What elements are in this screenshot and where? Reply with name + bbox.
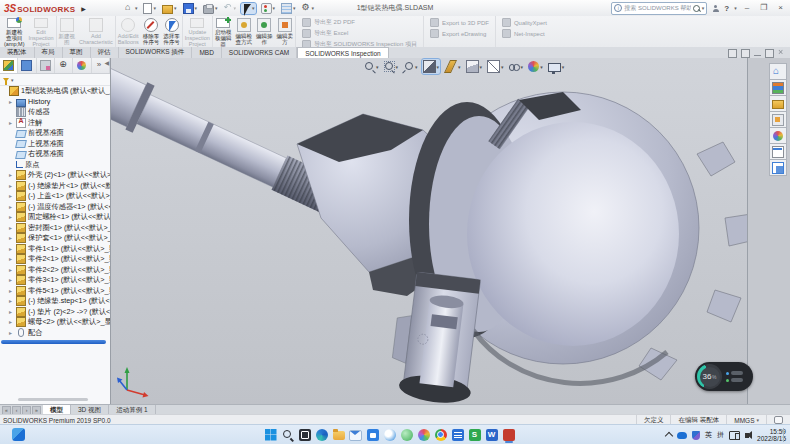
tree-item[interactable]: 原点 — [0, 160, 110, 171]
expand-arrow-icon[interactable] — [2, 86, 7, 96]
appearances-scenes-icon[interactable] — [769, 127, 787, 144]
model-3d-view[interactable] — [111, 58, 748, 404]
propertymanager-tab-icon[interactable] — [18, 58, 36, 73]
configurationmanager-tab-icon[interactable] — [37, 58, 55, 73]
doc-tile-icon[interactable] — [741, 49, 750, 58]
show-desktop-button[interactable] — [783, 428, 786, 442]
login-user-icon[interactable] — [712, 5, 719, 12]
edit-appearance-icon[interactable]: ▾ — [527, 60, 544, 73]
start-button-icon[interactable] — [264, 427, 277, 442]
tree-item[interactable]: (-) 垫片 (2)<2> ->? (默认<<默认> — [0, 307, 110, 318]
cloud-app-icon[interactable] — [383, 427, 396, 442]
new-inspection-project-button[interactable]: 新建检查项目(amp;M) — [2, 16, 26, 47]
tree-item[interactable]: 1型铠装热电偶 (默认<默认_显示状态-1> — [0, 86, 110, 97]
save-icon[interactable]: ▾ — [182, 2, 199, 15]
taskbar-clock[interactable]: 15:59 2022/8/15 — [757, 428, 786, 443]
window-minimize-button[interactable]: – — [742, 1, 752, 15]
tree-filter-bar[interactable]: ▾ — [0, 74, 110, 86]
tree-item[interactable]: 密封圈<1> (默认<<默认>_显示状 — [0, 223, 110, 234]
hide-show-items-icon[interactable]: ▾ — [508, 60, 525, 73]
tree-item[interactable]: (-) 绝缘垫片<1> (默认<<默认>_显 — [0, 181, 110, 192]
view-palette-icon[interactable] — [769, 111, 787, 128]
template-editor-button[interactable]: 启动模板编辑器 — [213, 16, 234, 47]
tree-item[interactable]: 传感器 — [0, 107, 110, 118]
ribbon-tab[interactable]: 布局 — [35, 47, 63, 58]
edge-icon[interactable] — [315, 427, 328, 442]
ribbon-tab[interactable]: 装配体 — [0, 47, 35, 58]
graphics-viewport[interactable]: ▾▾▾▾▾▾▾▾▾▾ — [111, 58, 748, 404]
export-item[interactable]: Net-Inspect — [502, 29, 547, 38]
display-style-icon[interactable]: ▾ — [486, 59, 505, 74]
tree-item[interactable]: 前视基准面 — [0, 128, 110, 139]
overlay-zoom-widget[interactable]: 36% — [695, 362, 753, 391]
expand-arrow-icon[interactable] — [9, 181, 14, 191]
solidworks-app-icon[interactable] — [502, 427, 515, 442]
task-view-icon[interactable] — [298, 427, 311, 442]
doc-cascade-icon[interactable] — [728, 49, 737, 58]
security-shield-icon[interactable] — [692, 431, 700, 440]
home-icon[interactable]: ▾ — [124, 3, 139, 14]
export-item[interactable]: 导出至 Excel — [302, 29, 417, 38]
expand-arrow-icon[interactable] — [9, 139, 14, 149]
expand-arrow-icon[interactable] — [9, 191, 14, 201]
expand-arrow-icon[interactable] — [9, 307, 14, 317]
s-app-icon[interactable]: S — [468, 427, 481, 442]
ribbon-tab[interactable]: SOLIDWORKS CAM — [222, 47, 297, 58]
update-inspection-project-button[interactable]: UpdateInspectionProject — [183, 16, 213, 47]
tree-item[interactable]: (-) 绝缘垫.step<1> (默认<<默认> — [0, 296, 110, 307]
add-edit-balloons-button[interactable]: Add/EditBalloons — [116, 16, 141, 47]
featuremanager-tab-icon[interactable] — [0, 58, 18, 73]
edit-vendors-button[interactable]: 编辑卖方 — [274, 16, 295, 47]
expand-arrow-icon[interactable] — [9, 223, 14, 233]
search-icon[interactable] — [693, 5, 700, 12]
ime-mode-indicator[interactable]: 拼 — [717, 430, 724, 440]
design-library-icon[interactable] — [769, 79, 787, 96]
tree-item[interactable]: 螺母<2> (默认<<默认>_显示状态 — [0, 317, 110, 328]
ribbon-tab[interactable]: 评估 — [91, 47, 119, 58]
file-properties-icon[interactable]: ▾ — [280, 2, 297, 15]
expand-arrow-icon[interactable] — [9, 296, 14, 306]
mail-icon[interactable] — [349, 427, 362, 442]
expand-arrow-icon[interactable] — [9, 244, 14, 254]
reader-app-icon[interactable] — [451, 427, 464, 442]
doc-restore-icon[interactable] — [765, 49, 774, 58]
zoom-area-icon[interactable]: ▾ — [383, 60, 400, 73]
window-close-button[interactable]: × — [775, 1, 786, 15]
tree-item[interactable]: History — [0, 97, 110, 108]
doc-minimize-icon[interactable] — [754, 50, 761, 57]
tree-item[interactable]: 零件1<1> (默认<<默认>_显示状态 — [0, 244, 110, 255]
add-characteristic-button[interactable]: AddCharacteristic — [77, 16, 116, 47]
w-app-icon[interactable]: W — [485, 427, 498, 442]
annotation-icon[interactable]: ▾ — [443, 59, 462, 74]
expand-arrow-icon[interactable] — [9, 128, 14, 138]
onedrive-icon[interactable] — [677, 432, 687, 439]
tree-item[interactable]: 零件2<2> (默认<<默认>_显示状 — [0, 265, 110, 276]
remove-balloons-button[interactable]: 移除零件序号 — [141, 16, 162, 47]
new-view-button[interactable]: 新建视图 — [57, 16, 78, 47]
expand-arrow-icon[interactable] — [9, 286, 14, 296]
expand-arrow-icon[interactable] — [9, 328, 14, 338]
expand-arrow-icon[interactable] — [9, 170, 14, 180]
previous-view-icon[interactable]: ▾ — [402, 60, 419, 73]
store-icon[interactable] — [366, 427, 379, 442]
tree-item[interactable]: 零件2<1> (默认<<默认>_显示状 — [0, 254, 110, 265]
rollback-bar[interactable] — [1, 340, 106, 344]
chrome-icon[interactable] — [434, 427, 447, 442]
displaymanager-tab-icon[interactable] — [73, 58, 91, 73]
expand-arrow-icon[interactable] — [9, 254, 14, 264]
help-search-box[interactable]: i 搜索 SOLIDWORKS 帮助 ▾ — [611, 2, 707, 15]
color-wheel-app-icon[interactable] — [417, 427, 430, 442]
expand-arrow-icon[interactable] — [9, 118, 14, 128]
file-explorer-icon[interactable] — [769, 95, 787, 112]
tree-item[interactable]: 配合 — [0, 328, 110, 339]
export-item[interactable]: 导出至 2D PDF — [302, 18, 417, 27]
doc-close-icon[interactable] — [778, 50, 785, 57]
ribbon-tab[interactable]: SOLIDWORKS 插件 — [119, 47, 193, 58]
dimxpertmanager-tab-icon[interactable] — [55, 58, 73, 73]
expand-arrow-icon[interactable] — [9, 212, 14, 222]
file-explorer-icon[interactable] — [332, 427, 345, 442]
search-icon[interactable] — [281, 427, 294, 442]
window-restore-button[interactable]: ❐ — [757, 1, 770, 15]
help-button[interactable]: ? — [724, 4, 729, 13]
export-item[interactable]: Export eDrawing — [430, 29, 489, 38]
